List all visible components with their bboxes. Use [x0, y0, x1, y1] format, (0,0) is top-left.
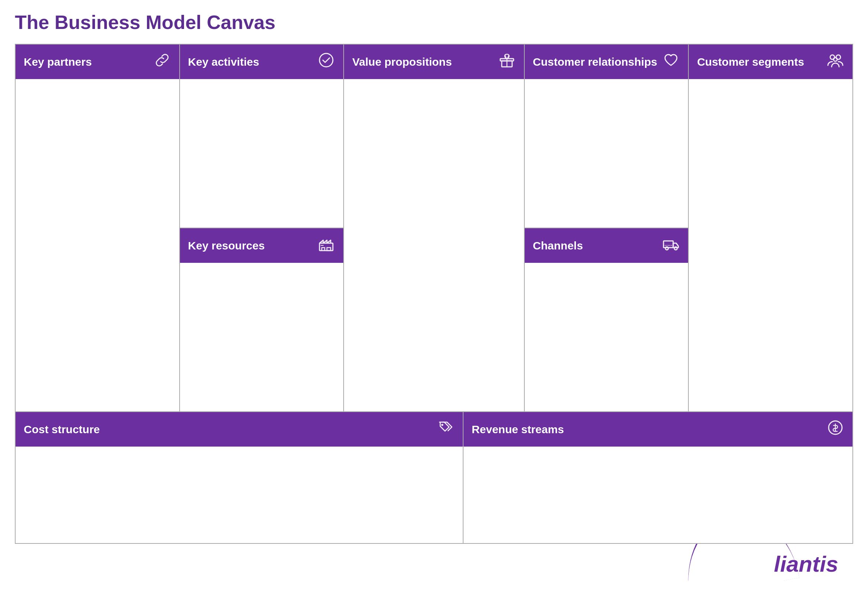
value-propositions-body	[344, 79, 524, 411]
link-icon	[153, 51, 171, 72]
canvas-bottom-row: Cost structure Revenue streams	[16, 412, 852, 543]
svg-point-10	[441, 424, 443, 426]
cost-structure-label: Cost structure	[24, 423, 100, 436]
key-resources-subpanel: Key resources	[180, 228, 344, 411]
channels-header: Channels	[525, 228, 688, 263]
key-activities-header: Key activities	[180, 45, 344, 79]
factory-icon	[317, 235, 335, 256]
col-revenue-streams: Revenue streams	[463, 412, 852, 543]
channels-body	[525, 263, 688, 411]
svg-point-0	[319, 53, 333, 67]
col-relationships-channels: Customer relationships Channels	[525, 45, 689, 411]
cost-structure-header: Cost structure	[16, 412, 463, 447]
truck-icon	[662, 235, 680, 256]
col-customer-segments: Customer segments	[689, 45, 852, 411]
col-activities-resources: Key activities Key resources	[180, 45, 344, 411]
key-resources-label: Key resources	[188, 239, 265, 253]
key-partners-body	[16, 79, 179, 411]
svg-point-9	[834, 57, 837, 61]
key-resources-body	[180, 263, 344, 411]
customer-segments-label: Customer segments	[697, 55, 804, 69]
cost-structure-body	[16, 447, 463, 543]
key-partners-header: Key partners	[16, 45, 179, 79]
customer-relationships-label: Customer relationships	[533, 55, 657, 69]
svg-point-5	[665, 247, 668, 250]
checkmark-icon	[317, 51, 335, 72]
logo-area: liantis	[15, 544, 853, 581]
channels-label: Channels	[533, 239, 583, 253]
people-icon	[826, 51, 844, 72]
channels-subpanel: Channels	[525, 228, 688, 411]
canvas-top: Key partners Key activities	[16, 45, 852, 412]
value-propositions-label: Value propositions	[352, 55, 452, 69]
key-partners-label: Key partners	[24, 55, 91, 69]
customer-segments-header: Customer segments	[689, 45, 852, 79]
customer-segments-body	[689, 79, 852, 411]
liantis-logo: liantis	[774, 551, 838, 577]
revenue-streams-header: Revenue streams	[463, 412, 852, 447]
col-key-partners: Key partners	[16, 45, 180, 411]
dollar-icon	[826, 419, 844, 440]
canvas-wrapper: Key partners Key activities	[15, 44, 853, 544]
col-value-propositions: Value propositions	[344, 45, 525, 411]
value-propositions-header: Value propositions	[344, 45, 524, 79]
tags-icon	[437, 419, 454, 440]
customer-relationships-header: Customer relationships	[525, 45, 688, 79]
key-resources-header: Key resources	[180, 228, 344, 263]
svg-point-6	[674, 247, 677, 250]
svg-rect-4	[663, 241, 673, 248]
revenue-streams-body	[463, 447, 852, 543]
heart-icon	[662, 51, 680, 72]
page-title: The Business Model Canvas	[15, 11, 853, 33]
gift-icon	[498, 51, 516, 72]
key-activities-label: Key activities	[188, 55, 259, 69]
key-activities-body	[180, 79, 344, 228]
customer-relationships-body	[525, 79, 688, 228]
col-cost-structure: Cost structure	[16, 412, 463, 543]
revenue-streams-label: Revenue streams	[472, 423, 564, 436]
